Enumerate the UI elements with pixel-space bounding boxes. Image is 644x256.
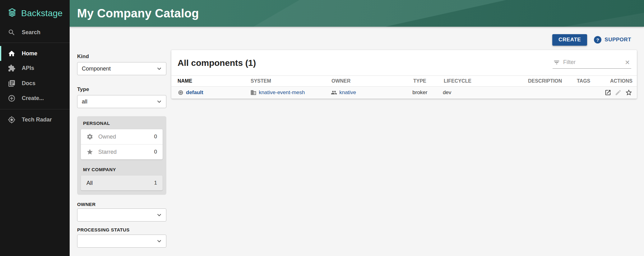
- radar-icon: [8, 116, 16, 124]
- owned-filter-item[interactable]: Owned 0: [81, 129, 163, 144]
- sidebar-item-apis[interactable]: APIs: [0, 61, 70, 75]
- sidebar-divider: [0, 43, 70, 43]
- kind-label: Kind: [77, 53, 166, 60]
- sidebar-item-docs[interactable]: Docs: [0, 76, 70, 91]
- type-label: Type: [77, 86, 166, 93]
- chevron-down-icon: [155, 65, 163, 72]
- type-select[interactable]: all: [77, 95, 166, 108]
- logo-text: Backstage: [21, 8, 63, 18]
- column-header-lifecycle[interactable]: LIFECYCLE: [444, 78, 528, 84]
- sidebar-item-label: Home: [22, 50, 37, 57]
- plus-circle-icon: [8, 94, 16, 102]
- starred-count: 0: [154, 149, 157, 155]
- catalog-toolbar: CREATE ? SUPPORT: [552, 34, 631, 46]
- column-header-system[interactable]: SYSTEM: [251, 78, 331, 84]
- column-header-tags[interactable]: TAGS: [577, 78, 606, 84]
- entity-picker-panel: PERSONAL Owned 0 Starred 0 MY COMPANY Al…: [77, 116, 166, 195]
- cell-system: knative-event-mesh: [250, 89, 331, 96]
- column-header-name[interactable]: NAME: [171, 78, 251, 84]
- personal-picker-card: Owned 0 Starred 0: [81, 129, 163, 159]
- sidebar: Backstage Search Home APIs Docs Create..…: [0, 0, 70, 256]
- company-section-label: MY COMPANY: [81, 167, 163, 172]
- table-header-row: NAME SYSTEM OWNER TYPE LIFECYCLE DESCRIP…: [171, 75, 637, 87]
- chevron-down-icon: [155, 211, 163, 219]
- owned-label: Owned: [98, 134, 149, 140]
- backstage-logo-icon: [6, 7, 18, 19]
- personal-section-label: PERSONAL: [81, 121, 163, 126]
- cell-lifecycle: dev: [443, 89, 527, 96]
- page-title: My Company Catalog: [77, 7, 199, 20]
- column-header-type[interactable]: TYPE: [413, 78, 444, 84]
- table-header-area: All components (1) ✕: [171, 50, 637, 75]
- all-count: 1: [154, 180, 157, 186]
- chevron-down-icon: [155, 237, 163, 245]
- create-button[interactable]: CREATE: [552, 34, 587, 46]
- owned-count: 0: [154, 134, 157, 140]
- puzzle-icon: [8, 64, 16, 72]
- column-header-owner[interactable]: OWNER: [331, 78, 413, 84]
- filters-panel: Kind Component Type all PERSONAL Owned 0…: [77, 53, 166, 248]
- cell-type: broker: [412, 89, 443, 96]
- sidebar-item-tech-radar[interactable]: Tech Radar: [0, 112, 70, 127]
- search-icon: [8, 29, 16, 36]
- sidebar-divider: [0, 109, 70, 109]
- group-icon: [331, 89, 337, 96]
- filter-funnel-icon: [553, 59, 560, 66]
- sidebar-item-home[interactable]: Home: [0, 46, 70, 61]
- support-label: SUPPORT: [605, 37, 631, 43]
- column-header-actions: ACTIONS: [606, 78, 637, 84]
- system-link[interactable]: knative-event-mesh: [259, 89, 305, 96]
- all-filter-item[interactable]: All 1: [81, 176, 163, 190]
- sidebar-item-label: Create...: [22, 95, 44, 102]
- system-icon: [250, 89, 257, 96]
- sidebar-item-label: Tech Radar: [22, 117, 52, 123]
- home-icon: [8, 50, 16, 57]
- row-actions: [605, 89, 632, 96]
- entity-link-default[interactable]: default: [186, 89, 203, 96]
- starred-filter-item[interactable]: Starred 0: [81, 144, 163, 159]
- cell-owner: knative: [331, 89, 412, 96]
- sidebar-item-create[interactable]: Create...: [0, 91, 70, 106]
- docs-icon: [8, 80, 16, 87]
- sidebar-item-label: Docs: [22, 80, 35, 87]
- table-filter-input[interactable]: [563, 59, 622, 66]
- sidebar-item-label: APIs: [22, 65, 34, 71]
- page-header: My Company Catalog: [70, 0, 644, 27]
- star-border-icon[interactable]: [625, 89, 632, 96]
- gear-icon: [86, 133, 93, 140]
- kind-select[interactable]: Component: [77, 62, 166, 75]
- table-filter-box: ✕: [553, 57, 631, 69]
- owner-link[interactable]: knative: [339, 89, 356, 96]
- help-icon: ?: [594, 36, 601, 43]
- all-label: All: [86, 180, 154, 186]
- backstage-logo[interactable]: Backstage: [6, 7, 63, 19]
- sidebar-item-search[interactable]: Search: [0, 25, 70, 40]
- processing-status-label: PROCESSING STATUS: [77, 227, 166, 233]
- component-chip-icon: [178, 89, 184, 96]
- kind-select-value: Component: [82, 66, 111, 72]
- column-header-description[interactable]: DESCRIPTION: [528, 78, 577, 84]
- star-icon: [86, 149, 93, 155]
- clear-filter-icon[interactable]: ✕: [625, 59, 630, 66]
- owner-label: OWNER: [77, 202, 166, 207]
- processing-status-select[interactable]: [77, 235, 166, 248]
- type-select-value: all: [82, 98, 87, 105]
- edit-pencil-icon[interactable]: [615, 89, 622, 96]
- owner-select[interactable]: [77, 208, 166, 222]
- open-in-new-icon[interactable]: [605, 89, 611, 96]
- sidebar-item-label: Search: [22, 29, 40, 36]
- table-row: default knative-event-mesh knative broke…: [171, 87, 637, 99]
- starred-label: Starred: [98, 149, 149, 155]
- table-title: All components (1): [178, 58, 256, 68]
- support-button[interactable]: ? SUPPORT: [594, 36, 631, 43]
- cell-name: default: [171, 89, 250, 96]
- components-table-card: All components (1) ✕ NAME SYSTEM OWNER T…: [171, 50, 637, 99]
- cell-actions: [605, 89, 637, 96]
- chevron-down-icon: [155, 98, 163, 105]
